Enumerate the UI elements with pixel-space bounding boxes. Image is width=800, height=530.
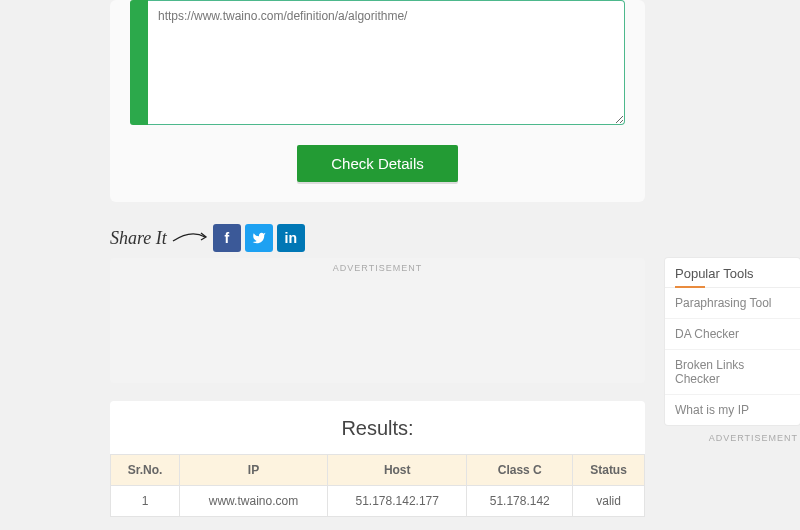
twitter-icon[interactable] (245, 224, 273, 252)
cell-ip: www.twaino.com (179, 486, 327, 517)
check-details-button[interactable]: Check Details (297, 145, 458, 182)
arrow-icon (171, 231, 211, 245)
linkedin-icon[interactable]: in (277, 224, 305, 252)
col-host: Host (328, 455, 467, 486)
url-input[interactable] (148, 0, 625, 125)
sidebar-item-da-checker[interactable]: DA Checker (665, 319, 800, 350)
results-title: Results: (110, 417, 645, 440)
popular-tools-title: Popular Tools (665, 258, 800, 288)
cell-classc: 51.178.142 (467, 486, 573, 517)
sidebar-ad-label: ADVERTISEMENT (665, 433, 800, 443)
ad-label: ADVERTISEMENT (110, 263, 645, 273)
ad-block: ADVERTISEMENT (110, 258, 645, 383)
col-srno: Sr.No. (111, 455, 180, 486)
sidebar: Popular Tools Paraphrasing Tool DA Check… (665, 258, 800, 443)
col-ip: IP (179, 455, 327, 486)
cell-host: 51.178.142.177 (328, 486, 467, 517)
button-row: Check Details (130, 145, 625, 182)
col-status: Status (573, 455, 645, 486)
cell-status: valid (573, 486, 645, 517)
popular-tools-title-text: Popular Tools (675, 266, 754, 281)
url-card: Check Details (110, 0, 645, 202)
sidebar-item-paraphrasing[interactable]: Paraphrasing Tool (665, 288, 800, 319)
textarea-wrap (130, 0, 625, 125)
sidebar-item-broken-links[interactable]: Broken Links Checker (665, 350, 800, 395)
facebook-icon[interactable]: f (213, 224, 241, 252)
col-classc: Class C (467, 455, 573, 486)
results-card: Results: Sr.No. IP Host Class C Status 1… (110, 401, 645, 517)
share-it-label: Share It (110, 228, 167, 249)
popular-tools-card: Popular Tools Paraphrasing Tool DA Check… (665, 258, 800, 425)
share-row: Share It f in (110, 220, 645, 258)
title-underline (675, 286, 705, 288)
cell-srno: 1 (111, 486, 180, 517)
sidebar-item-whatismyip[interactable]: What is my IP (665, 395, 800, 425)
accent-bar (130, 0, 148, 125)
results-table: Sr.No. IP Host Class C Status 1 www.twai… (110, 454, 645, 517)
table-row: 1 www.twaino.com 51.178.142.177 51.178.1… (111, 486, 645, 517)
